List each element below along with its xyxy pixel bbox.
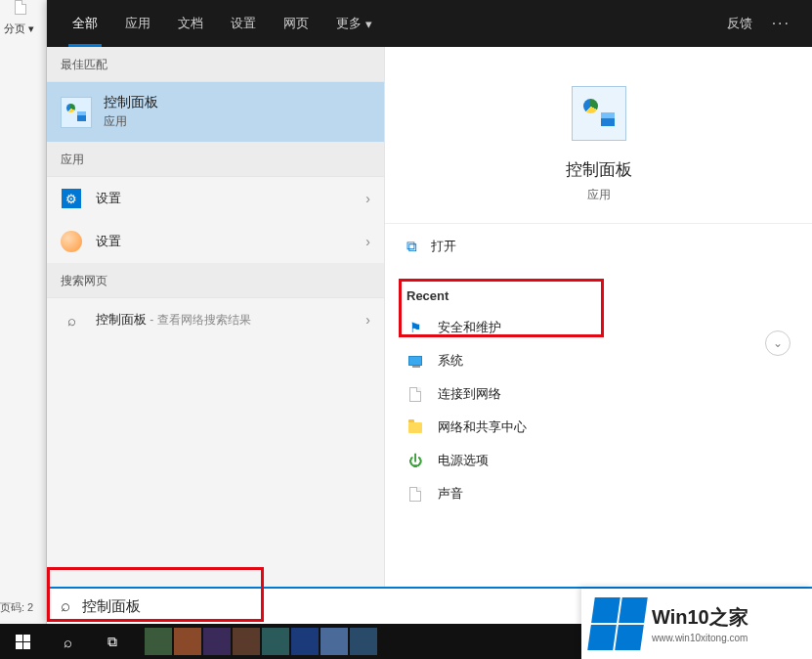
- app-item-settings-1[interactable]: ⚙ 设置 ›: [47, 177, 384, 220]
- app-label: 设置: [96, 190, 352, 207]
- search-results-panel: 全部 应用 文档 设置 网页 更多 ▾ 反馈 ··· 最佳匹配 控制面板 应用 …: [47, 0, 812, 624]
- watermark-url: www.win10xitong.com: [652, 633, 748, 643]
- tab-apps[interactable]: 应用: [111, 0, 164, 47]
- tab-more-label: 更多: [336, 15, 362, 32]
- control-panel-icon: [572, 86, 626, 141]
- web-search-item[interactable]: ⌕ 控制面板 - 查看网络搜索结果 ›: [47, 298, 384, 341]
- web-search-suffix: - 查看网络搜索结果: [147, 313, 251, 327]
- taskbar-app[interactable]: [262, 628, 289, 655]
- task-view-button[interactable]: ⧉: [90, 624, 135, 659]
- recent-label: 系统: [438, 352, 463, 370]
- gear-icon: [61, 231, 82, 252]
- tab-all[interactable]: 全部: [59, 0, 111, 47]
- search-tabs: 全部 应用 文档 设置 网页 更多 ▾ 反馈 ···: [47, 0, 812, 47]
- open-action[interactable]: ⧉ 打开: [385, 223, 812, 269]
- web-search-term: 控制面板: [96, 312, 147, 327]
- taskbar-app[interactable]: [174, 628, 201, 655]
- preview-pane: 控制面板 应用 ⧉ 打开 ⌄ Recent ⚑ 安全和维护 系统 连接到网络: [385, 47, 812, 624]
- recent-item[interactable]: ⚑ 安全和维护: [385, 311, 812, 344]
- recent-item[interactable]: 连接到网络: [385, 377, 812, 411]
- chevron-down-icon: ▾: [365, 17, 372, 31]
- feedback-link[interactable]: 反馈: [717, 15, 762, 32]
- open-icon: ⧉: [406, 238, 417, 255]
- page-number-label: 页码: 2: [0, 600, 33, 615]
- background-sidebar: 分页 ▾: [0, 0, 47, 626]
- recent-label: 电源选项: [438, 452, 489, 469]
- recent-label: 安全和维护: [438, 319, 501, 336]
- taskbar-app[interactable]: [321, 628, 348, 655]
- preview-sub: 应用: [587, 187, 611, 203]
- best-match-sub: 应用: [104, 113, 158, 130]
- search-icon: ⌕: [61, 309, 82, 330]
- taskbar-app[interactable]: [233, 628, 260, 655]
- recent-label: 声音: [438, 485, 463, 503]
- app-label: 设置: [96, 233, 352, 250]
- taskbar-search-button[interactable]: ⌕: [45, 624, 90, 659]
- recent-label: 连接到网络: [438, 385, 501, 403]
- recent-item[interactable]: 声音: [385, 477, 812, 510]
- best-match-item[interactable]: 控制面板 应用: [47, 82, 384, 142]
- web-search-header: 搜索网页: [47, 263, 384, 298]
- preview-title: 控制面板: [566, 158, 632, 181]
- recent-label: 网络和共享中心: [438, 418, 527, 436]
- preview-hero: 控制面板 应用: [385, 66, 812, 223]
- flag-icon: ⚑: [406, 319, 424, 336]
- taskbar-app[interactable]: [291, 628, 319, 655]
- tab-web[interactable]: 网页: [270, 0, 322, 47]
- chevron-right-icon: ›: [365, 191, 370, 206]
- gear-icon: ⚙: [62, 189, 81, 208]
- expand-button[interactable]: ⌄: [765, 330, 791, 356]
- control-panel-icon: [61, 97, 92, 128]
- monitor-icon: [406, 352, 424, 370]
- chevron-right-icon: ›: [365, 234, 370, 249]
- windows-logo-icon: [587, 597, 648, 650]
- search-icon: ⌕: [61, 596, 70, 616]
- watermark-brand: Win10之家: [652, 604, 748, 631]
- start-button[interactable]: [0, 624, 45, 659]
- recent-item[interactable]: ⏻ 电源选项: [385, 444, 812, 477]
- document-icon: [406, 385, 424, 403]
- more-options-button[interactable]: ···: [762, 15, 800, 32]
- recent-header: Recent: [385, 269, 812, 311]
- taskbar-app[interactable]: [350, 628, 377, 655]
- recent-item[interactable]: 网络和共享中心: [385, 411, 812, 444]
- tab-settings[interactable]: 设置: [217, 0, 270, 47]
- split-page-label[interactable]: 分页 ▾: [0, 22, 34, 36]
- web-search-label: 控制面板 - 查看网络搜索结果: [96, 311, 352, 329]
- recent-item[interactable]: 系统: [385, 344, 812, 377]
- document-icon: [406, 485, 424, 503]
- best-match-header: 最佳匹配: [47, 47, 384, 82]
- app-item-settings-2[interactable]: 设置 ›: [47, 220, 384, 263]
- apps-header: 应用: [47, 142, 384, 177]
- open-label: 打开: [431, 238, 456, 255]
- power-icon: ⏻: [406, 452, 424, 469]
- best-match-title: 控制面板: [104, 94, 158, 111]
- folder-icon: [406, 418, 424, 436]
- windows-logo-icon: [16, 635, 30, 649]
- tab-documents[interactable]: 文档: [164, 0, 217, 47]
- taskbar-apps: [145, 628, 377, 655]
- chevron-right-icon: ›: [365, 312, 370, 328]
- document-icon: [15, 0, 34, 20]
- tab-more[interactable]: 更多 ▾: [322, 0, 386, 47]
- watermark: Win10之家 www.win10xitong.com: [581, 589, 812, 659]
- taskbar-app[interactable]: [203, 628, 231, 655]
- taskbar-app[interactable]: [145, 628, 172, 655]
- results-list: 最佳匹配 控制面板 应用 应用 ⚙ 设置 › 设置 › 搜索网页: [47, 47, 384, 624]
